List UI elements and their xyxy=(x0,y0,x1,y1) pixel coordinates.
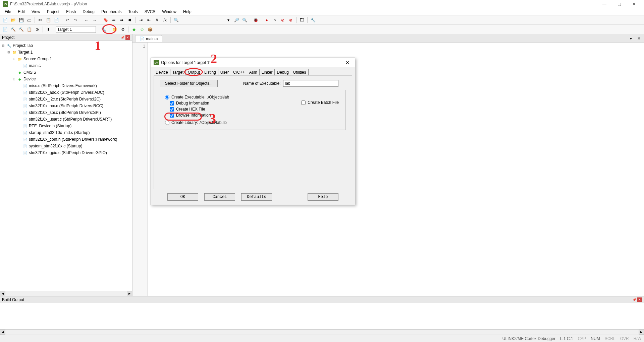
cut-icon[interactable]: ✂ xyxy=(37,16,44,24)
rebuild-icon[interactable]: 🔨 xyxy=(17,26,25,33)
tab-close-icon[interactable]: ✕ xyxy=(635,35,643,42)
build-output-body[interactable] xyxy=(0,303,644,329)
project-hscroll[interactable]: ◀ ▶ xyxy=(0,291,132,296)
breakpoint-killall-icon[interactable]: ⊗ xyxy=(287,16,294,24)
manage-icon[interactable]: ⚙ xyxy=(119,26,126,33)
project-tree[interactable]: ⊟🔧Project: lab ⊟📁Target 1 ⊟📁Source Group… xyxy=(0,41,132,291)
scroll-right-icon[interactable]: ▶ xyxy=(639,330,644,335)
tab-linker[interactable]: Linker xyxy=(260,69,275,75)
save-icon[interactable]: 💾 xyxy=(17,16,25,24)
tree-root[interactable]: ⊟🔧Project: lab xyxy=(0,42,132,49)
browse-info-checkbox[interactable] xyxy=(170,113,174,118)
outdent-icon[interactable]: ⇤ xyxy=(145,16,153,24)
find-icon[interactable]: 🔍 xyxy=(172,16,180,24)
minimize-button[interactable]: — xyxy=(597,0,612,8)
target-selector[interactable]: Target 1 xyxy=(56,26,96,33)
tree-file[interactable]: 📄stm32f10x_conf.h (StdPeriph Drivers:Fra… xyxy=(0,136,132,143)
menu-flash[interactable]: Flash xyxy=(63,9,79,15)
pin-icon[interactable]: 📌 xyxy=(632,297,637,302)
options-icon[interactable]: 🔧 xyxy=(100,26,107,33)
redo-icon[interactable]: ↷ xyxy=(72,16,79,24)
tree-cmsis[interactable]: ◆CMSIS xyxy=(0,69,132,76)
indent-icon[interactable]: ⇥ xyxy=(137,16,145,24)
create-library-radio[interactable] xyxy=(165,121,169,125)
select-folder-button[interactable]: Select Folder for Objects... xyxy=(160,80,218,87)
scroll-right-icon[interactable]: ▶ xyxy=(127,291,132,296)
bookmark-prev-icon[interactable]: ⬅ xyxy=(110,16,117,24)
help-button[interactable]: Help xyxy=(308,193,338,201)
find-files-icon[interactable]: 🔎 xyxy=(233,16,240,24)
new-icon[interactable]: 📄 xyxy=(1,16,9,24)
copy-icon[interactable]: 📋 xyxy=(45,16,52,24)
undo-icon[interactable]: ↶ xyxy=(64,16,71,24)
tree-file[interactable]: 📄startup_stm32f10x_md.s (Startup) xyxy=(0,129,132,136)
select-pack-icon[interactable]: ◇ xyxy=(138,26,146,33)
tab-ccpp[interactable]: C/C++ xyxy=(231,69,247,75)
menu-window[interactable]: Window xyxy=(159,9,180,15)
tree-target[interactable]: ⊟📁Target 1 xyxy=(0,49,132,56)
dialog-close-icon[interactable]: ✕ xyxy=(343,59,352,66)
menu-peripherals[interactable]: Peripherals xyxy=(98,9,125,15)
debug-info-checkbox[interactable] xyxy=(170,101,174,106)
tab-utilities[interactable]: Utilities xyxy=(291,69,309,75)
debug-icon[interactable]: 🐞 xyxy=(252,16,259,24)
menu-edit[interactable]: Edit xyxy=(14,9,28,15)
tree-file[interactable]: 📄stm32f10x_gpio.c (StdPeriph Drivers:GPI… xyxy=(0,149,132,156)
stop-build-icon[interactable]: ⊘ xyxy=(34,26,41,33)
find-dropdown-icon[interactable]: ▾ xyxy=(225,16,232,24)
ok-button[interactable]: OK xyxy=(167,193,198,201)
tab-user[interactable]: User xyxy=(218,69,231,75)
open-icon[interactable]: 📂 xyxy=(9,16,17,24)
tree-main[interactable]: 📄main.c xyxy=(0,62,132,69)
file-ext-icon[interactable]: 📁 xyxy=(111,26,118,33)
tree-file[interactable]: 📄system_stm32f10x.c (Startup) xyxy=(0,143,132,149)
breakpoint-disable-icon[interactable]: ○ xyxy=(271,16,278,24)
pack-installer-icon[interactable]: 📦 xyxy=(146,26,154,33)
create-executable-radio[interactable] xyxy=(165,95,169,99)
menu-view[interactable]: View xyxy=(28,9,44,15)
tree-device[interactable]: ⊟◆Device xyxy=(0,76,132,82)
menu-help[interactable]: Help xyxy=(180,9,195,15)
panel-close-icon[interactable]: ✕ xyxy=(125,35,130,40)
menu-debug[interactable]: Debug xyxy=(79,9,98,15)
tree-file[interactable]: 📄misc.c (StdPeriph Drivers:Framework) xyxy=(0,82,132,89)
tree-file[interactable]: 📄stm32f10x_rcc.c (StdPeriph Drivers:RCC) xyxy=(0,102,132,109)
save-all-icon[interactable]: 🗃 xyxy=(25,16,33,24)
comment-icon[interactable]: // xyxy=(153,16,161,24)
tree-file[interactable]: 📄stm32f10x_usart.c (StdPeriph Drivers:US… xyxy=(0,116,132,123)
tab-listing[interactable]: Listing xyxy=(202,69,218,75)
maximize-button[interactable]: ▢ xyxy=(612,0,627,8)
tree-group[interactable]: ⊟📁Source Group 1 xyxy=(0,56,132,62)
configure-icon[interactable]: 🔧 xyxy=(309,16,317,24)
batch-build-icon[interactable]: 📋 xyxy=(25,26,33,33)
create-hex-checkbox[interactable] xyxy=(170,107,174,112)
tab-output[interactable]: Output xyxy=(186,69,202,75)
defaults-button[interactable]: Defaults xyxy=(241,193,272,201)
tree-file[interactable]: 📄RTE_Device.h (Startup) xyxy=(0,123,132,129)
nav-fwd-icon[interactable]: → xyxy=(91,16,98,24)
tree-file[interactable]: 📄stm32f10x_spi.c (StdPeriph Drivers:SPI) xyxy=(0,109,132,116)
bookmark-icon[interactable]: 🔖 xyxy=(102,16,109,24)
nav-back-icon[interactable]: ← xyxy=(83,16,90,24)
tab-target[interactable]: Target xyxy=(170,69,186,75)
close-button[interactable]: ✕ xyxy=(627,0,641,8)
create-batch-checkbox[interactable] xyxy=(301,100,306,105)
tab-dropdown-icon[interactable]: ▾ xyxy=(627,35,635,42)
tab-debug[interactable]: Debug xyxy=(275,69,291,75)
build-hscroll[interactable]: ◀ ▶ xyxy=(0,329,644,335)
tree-file[interactable]: 📄stm32f10x_i2c.c (StdPeriph Drivers:I2C) xyxy=(0,96,132,102)
menu-project[interactable]: Project xyxy=(44,9,63,15)
editor-tab-main[interactable]: 📄 main.c xyxy=(135,35,162,42)
breakpoint-kill-icon[interactable]: ⊘ xyxy=(279,16,286,24)
bookmark-next-icon[interactable]: ➡ xyxy=(118,16,125,24)
uncomment-icon[interactable]: /x xyxy=(161,16,169,24)
panel-close-icon[interactable]: ✕ xyxy=(637,297,642,302)
tab-device[interactable]: Device xyxy=(154,69,170,75)
paste-icon[interactable]: 📄 xyxy=(53,16,60,24)
bookmark-clear-icon[interactable]: ✖ xyxy=(126,16,133,24)
incremental-find-icon[interactable]: 🔍 xyxy=(241,16,248,24)
breakpoint-icon[interactable]: ● xyxy=(263,16,270,24)
build-icon[interactable]: 🔨 xyxy=(9,26,17,33)
manage-rte-icon[interactable]: ◆ xyxy=(130,26,138,33)
menu-file[interactable]: File xyxy=(1,9,14,15)
